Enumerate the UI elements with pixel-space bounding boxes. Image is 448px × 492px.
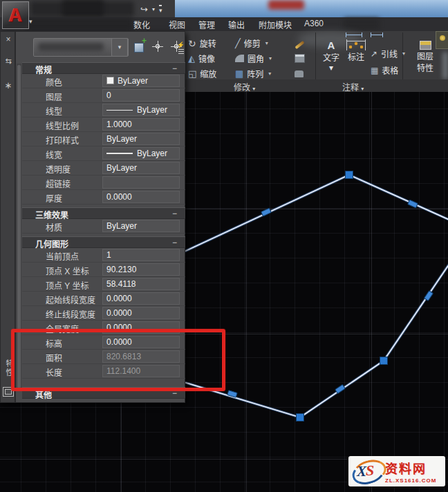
polyline-glow: [349, 175, 448, 230]
midpoint-grip[interactable]: [424, 291, 433, 301]
property-value[interactable]: ByLayer: [102, 162, 180, 174]
text-button[interactable]: A 文字 ▾: [319, 39, 343, 73]
property-value[interactable]: 0.0000: [102, 307, 180, 319]
watermark-logo: X S: [351, 457, 383, 485]
property-label: 厚度: [46, 192, 62, 204]
select-objects-button[interactable]: [150, 39, 165, 54]
trim-button[interactable]: ╱ 修剪 ▾: [235, 36, 268, 50]
match-properties-button[interactable]: [295, 37, 305, 52]
midpoint-grip[interactable]: [408, 200, 418, 208]
close-icon[interactable]: ×: [1, 35, 16, 44]
tab-output[interactable]: 输出: [228, 19, 245, 30]
vertex-grip[interactable]: [380, 357, 388, 365]
leader-button[interactable]: ↗ 引线 ▾: [371, 46, 405, 61]
property-row-lineweight[interactable]: 线宽 ByLayer: [22, 146, 185, 161]
value-text: 90.2130: [106, 265, 136, 274]
property-row-start-width[interactable]: 起始线段宽度 0.0000: [22, 292, 185, 306]
match-properties-icon: [295, 40, 304, 48]
dimension-aligned-icon[interactable]: [371, 32, 383, 37]
leader-dropdown-icon[interactable]: ▾: [402, 50, 405, 57]
property-row-layer[interactable]: 图层 0: [22, 88, 185, 103]
tab-parametric[interactable]: 数化: [133, 19, 150, 30]
collapse-icon[interactable]: −: [172, 238, 177, 247]
redo-dropdown-icon[interactable]: ▾: [152, 6, 155, 12]
property-value[interactable]: ByLayer: [102, 220, 180, 232]
pickadd-toggle-button[interactable]: +: [131, 39, 147, 54]
dimension-linear-icon[interactable]: [346, 32, 362, 37]
property-row-linetype-scale[interactable]: 线型比例 1.0000: [22, 117, 185, 132]
property-row-linetype[interactable]: 线型 ByLayer: [22, 103, 185, 117]
property-row-vertex-x[interactable]: 顶点 X 坐标 90.2130: [22, 263, 185, 277]
property-row-end-width[interactable]: 终止线段宽度 0.0000: [22, 306, 185, 321]
array-button[interactable]: ▦ 阵列 ▾: [235, 66, 271, 81]
array-dropdown-icon[interactable]: ▾: [268, 70, 271, 77]
property-value[interactable]: 1: [102, 249, 180, 261]
rotate-button[interactable]: ↻ 旋转: [188, 36, 216, 50]
polyline-segment[interactable]: [349, 175, 448, 230]
property-row-current-vertex[interactable]: 当前顶点 1: [22, 248, 185, 263]
collapse-icon[interactable]: −: [172, 64, 177, 73]
property-row-hyperlink[interactable]: 超链接: [22, 176, 185, 190]
property-value[interactable]: 58.4118: [102, 278, 180, 290]
tab-manage[interactable]: 管理: [198, 19, 215, 30]
property-value[interactable]: 90.2130: [102, 263, 180, 276]
redo-icon[interactable]: ↪: [140, 4, 148, 15]
combobox-dropdown-icon[interactable]: ▾: [111, 38, 128, 57]
trim-icon: ╱: [235, 38, 241, 48]
table-button[interactable]: ▦ 表格: [371, 63, 398, 77]
autohide-icon[interactable]: ⇆: [1, 57, 16, 66]
value-text: 0.0000: [106, 308, 132, 318]
application-menu-button[interactable]: A: [2, 1, 29, 29]
modify-panel-label[interactable]: 修改 ▾: [234, 81, 255, 93]
collapse-icon[interactable]: −: [172, 209, 177, 218]
tab-a360[interactable]: A360: [304, 19, 324, 28]
property-value[interactable]: 1.0000: [102, 118, 180, 131]
application-menu-caret-icon[interactable]: ▾: [29, 18, 32, 25]
box-tool-button[interactable]: [295, 51, 305, 66]
layer-properties-icon: [420, 41, 431, 50]
fillet-button[interactable]: 圆角 ▾: [235, 51, 272, 66]
property-row-vertex-y[interactable]: 顶点 Y 坐标 58.4118: [22, 277, 185, 292]
property-row-color[interactable]: 颜色 ByLayer: [22, 74, 185, 88]
midpoint-grip[interactable]: [261, 208, 272, 216]
property-row-material[interactable]: 材质 ByLayer: [22, 219, 185, 234]
property-label: 透明度: [46, 163, 71, 175]
property-value[interactable]: 0: [102, 89, 180, 102]
vertex-grip[interactable]: [346, 171, 353, 179]
property-row-transparency[interactable]: 透明度 ByLayer: [22, 161, 185, 176]
fillet-label: 圆角: [248, 53, 264, 64]
annotate-panel-label[interactable]: 注释 ▾: [342, 81, 364, 93]
property-value[interactable]: ByLayer: [102, 75, 180, 87]
stamp-tool-button[interactable]: [295, 66, 304, 81]
property-value[interactable]: ByLayer: [102, 133, 180, 145]
text-dropdown-icon[interactable]: ▾: [329, 63, 333, 73]
polyline-segment[interactable]: [384, 230, 448, 361]
property-label: 打印样式: [46, 134, 79, 146]
clipped-tool-icon[interactable]: [436, 31, 448, 49]
vertex-grip[interactable]: [297, 414, 304, 422]
property-label: 终止线段宽度: [46, 308, 95, 320]
property-value[interactable]: ByLayer: [102, 147, 180, 160]
property-value[interactable]: 0.0000: [102, 191, 180, 203]
section-geometry[interactable]: 几何图形 −: [22, 236, 185, 248]
scale-button[interactable]: ◱ 缩放: [188, 66, 216, 81]
property-row-plot-style[interactable]: 打印样式 ByLayer: [22, 132, 185, 146]
mirror-button[interactable]: ◭ 镜像: [188, 51, 215, 66]
property-value[interactable]: ByLayer: [102, 104, 180, 116]
quick-select-button[interactable]: ⚡: [169, 39, 184, 54]
palette-settings-icon[interactable]: ∗: [1, 80, 16, 91]
qat-customize-icon[interactable]: ▾: [159, 5, 162, 14]
property-row-thickness[interactable]: 厚度 0.0000: [22, 190, 185, 205]
property-value[interactable]: [102, 176, 180, 189]
dimension-button[interactable]: 标注: [344, 39, 368, 62]
trim-dropdown-icon[interactable]: ▾: [265, 40, 268, 46]
midpoint-grip[interactable]: [335, 384, 346, 393]
fillet-dropdown-icon[interactable]: ▾: [269, 55, 272, 62]
value-text: ByLayer: [118, 76, 148, 86]
grid-icon: [178, 49, 184, 54]
tab-view[interactable]: 视图: [169, 19, 185, 30]
tab-addins[interactable]: 附加模块: [259, 19, 292, 30]
property-value[interactable]: 0.0000: [102, 292, 180, 305]
section-general[interactable]: 常规 −: [22, 62, 185, 74]
section-3d-effects[interactable]: 三维效果 −: [22, 207, 185, 219]
